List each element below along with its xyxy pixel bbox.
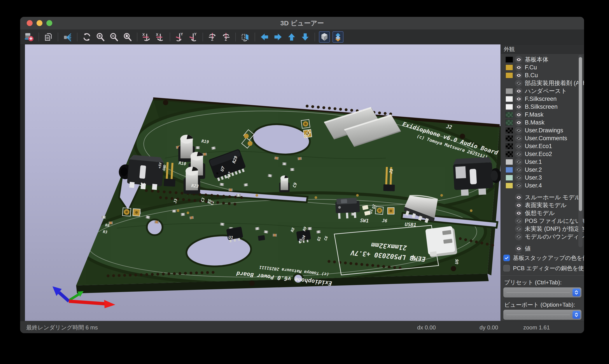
layer-row[interactable]: B.Silkscreen	[501, 103, 584, 111]
layer-row[interactable]: POS ファイルにないモデ	[501, 217, 584, 225]
visibility-toggle[interactable]	[515, 233, 522, 240]
appearance-layers-icon	[333, 32, 343, 42]
visibility-toggle[interactable]	[515, 209, 522, 217]
layer-row[interactable]: User.Eco1	[501, 142, 584, 150]
move-up-button[interactable]	[286, 31, 297, 43]
layer-row[interactable]: 値	[501, 245, 584, 252]
visibility-toggle[interactable]	[515, 72, 522, 79]
visibility-toggle[interactable]	[515, 95, 522, 103]
zoom-in-icon	[96, 32, 105, 42]
move-left-button[interactable]	[259, 31, 270, 43]
visibility-toggle[interactable]	[515, 134, 522, 142]
layer-color-swatch[interactable]	[505, 143, 513, 149]
layer-row[interactable]: 未実装 (DNP) が指定され	[501, 225, 584, 233]
viewport-select[interactable]	[503, 310, 582, 320]
visibility-toggle[interactable]	[515, 245, 522, 252]
layer-color-swatch[interactable]	[505, 159, 513, 165]
move-right-button[interactable]	[272, 31, 284, 43]
layer-row[interactable]: User.Comments	[501, 134, 584, 142]
visibility-toggle[interactable]	[515, 119, 522, 126]
layer-color-swatch[interactable]	[505, 65, 513, 70]
rotate-x-cw-button[interactable]: X	[141, 31, 152, 43]
export-board-button[interactable]	[24, 31, 35, 43]
move-down-button[interactable]	[300, 31, 311, 43]
layer-row[interactable]: 仮想モデル	[501, 209, 584, 217]
layer-row[interactable]: User.2	[501, 166, 584, 174]
orthographic-projection-toggle[interactable]	[319, 31, 330, 43]
layer-color-swatch[interactable]	[505, 175, 513, 181]
layer-row[interactable]: F.Cu	[501, 64, 584, 71]
select-stepper-icon[interactable]	[572, 311, 580, 319]
refresh-view-button[interactable]	[81, 31, 92, 43]
option-row[interactable]: PCB エディターの銅色を使用	[501, 264, 584, 272]
option-row[interactable]: 基板スタックアップの色を使用	[501, 254, 584, 262]
layer-label: B.Silkscreen	[525, 104, 557, 110]
scrollbar-thumb[interactable]	[579, 57, 582, 211]
layer-row[interactable]: F.Silkscreen	[501, 95, 584, 103]
visibility-toggle[interactable]	[515, 79, 522, 87]
visibility-toggle[interactable]	[515, 194, 522, 201]
layer-row[interactable]: User.1	[501, 158, 584, 166]
layer-color-swatch[interactable]	[505, 104, 513, 110]
select-stepper-icon[interactable]	[572, 288, 580, 296]
layer-color-swatch[interactable]	[505, 120, 513, 126]
visibility-toggle[interactable]	[515, 225, 522, 233]
layer-row[interactable]: User.3	[501, 174, 584, 182]
visibility-toggle[interactable]	[515, 253, 522, 254]
layer-row[interactable]: スルーホール モデル	[501, 193, 584, 201]
layer-color-swatch[interactable]	[505, 167, 513, 173]
layer-row[interactable]: User.Drawings	[501, 126, 584, 134]
layer-color-swatch[interactable]	[505, 112, 513, 118]
visibility-toggle[interactable]	[515, 143, 522, 150]
visibility-toggle[interactable]	[515, 201, 522, 209]
layer-row[interactable]: B.Mask	[501, 118, 584, 126]
layer-row[interactable]: User.Eco2	[501, 150, 584, 158]
layer-row[interactable]: モデルのバウンディング	[501, 233, 584, 241]
layer-row[interactable]: 部品実装用接着剤 (Adh	[501, 79, 584, 87]
layer-color-swatch[interactable]	[505, 183, 513, 189]
zoom-out-button[interactable]	[108, 31, 119, 43]
visibility-toggle[interactable]	[515, 217, 522, 225]
visibility-toggle[interactable]	[515, 87, 522, 95]
layer-row[interactable]: 表面実装モデル	[501, 201, 584, 209]
zoom-fit-button[interactable]	[122, 31, 133, 43]
appearance-layers-toggle[interactable]	[333, 31, 343, 43]
layer-row[interactable]: F.Mask	[501, 111, 584, 118]
rotate-z-ccw-button[interactable]: Z	[220, 31, 232, 43]
layer-row[interactable]	[501, 252, 584, 254]
visibility-toggle[interactable]	[515, 166, 522, 173]
layer-row[interactable]: B.Cu	[501, 71, 584, 79]
visibility-toggle[interactable]	[515, 64, 522, 71]
layer-color-swatch[interactable]	[505, 96, 513, 102]
zoom-in-button[interactable]	[95, 31, 106, 43]
copy-image-button[interactable]	[43, 31, 54, 43]
visibility-toggle[interactable]	[515, 150, 522, 158]
render-options-button[interactable]	[62, 31, 73, 43]
visibility-toggle[interactable]	[515, 174, 522, 181]
layer-color-swatch[interactable]	[505, 128, 513, 133]
flip-board-button[interactable]	[240, 31, 251, 43]
layer-color-swatch[interactable]	[505, 151, 513, 157]
rotate-y-ccw-button[interactable]: Y	[188, 31, 199, 43]
rotate-y-cw-button[interactable]: Y	[174, 31, 185, 43]
rotate-x-ccw-button[interactable]: X	[155, 31, 166, 43]
layer-row[interactable]: User.4	[501, 182, 584, 189]
layer-row[interactable]: 基板本体	[501, 56, 584, 64]
visibility-toggle[interactable]	[515, 56, 522, 63]
visibility-toggle[interactable]	[515, 103, 522, 110]
layer-color-swatch[interactable]	[505, 88, 513, 94]
axis-y-arrow	[70, 291, 84, 300]
checkbox[interactable]	[503, 255, 510, 261]
layer-color-swatch[interactable]	[505, 57, 513, 63]
3d-viewport[interactable]: Exidiophone v6.0 Audio Board (c) Tomoya …	[25, 44, 501, 321]
preset-select[interactable]	[503, 287, 582, 298]
layer-row[interactable]: ハンダペースト	[501, 87, 584, 95]
visibility-toggle[interactable]	[515, 182, 522, 189]
layer-color-swatch[interactable]	[505, 135, 513, 141]
layer-color-swatch[interactable]	[505, 72, 513, 78]
visibility-toggle[interactable]	[515, 158, 522, 166]
visibility-toggle[interactable]	[515, 127, 522, 134]
checkbox[interactable]	[503, 265, 510, 272]
visibility-toggle[interactable]	[515, 111, 522, 118]
rotate-z-cw-button[interactable]: Z	[207, 31, 218, 43]
